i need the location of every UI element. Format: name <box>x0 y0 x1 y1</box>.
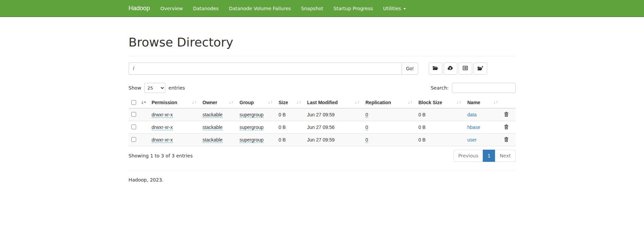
nav-item-snapshot[interactable]: Snapshot <box>296 0 328 17</box>
column-header-label: Replication <box>366 100 391 105</box>
directory-table: ↓≡ Permission↓↑ Owner↓↑ Group↓↑ Size↓↑ L… <box>129 97 516 146</box>
caret-down-icon <box>403 8 406 10</box>
permission-editable[interactable]: drwxr-xr-x <box>152 125 173 130</box>
column-header-permission[interactable]: Permission↓↑ <box>149 97 200 108</box>
folder-move-icon <box>477 66 483 72</box>
owner-editable[interactable]: stackable <box>203 137 223 143</box>
table-footer: Showing 1 to 3 of 3 entries Previous 1 N… <box>129 150 516 162</box>
trash-icon <box>504 138 509 143</box>
column-header-name[interactable]: Name↓↑ <box>465 97 501 108</box>
directory-link[interactable]: data <box>467 112 477 117</box>
delete-button[interactable] <box>504 124 509 129</box>
list-alt-icon <box>463 66 468 71</box>
nav-item-datanode-volume-failures[interactable]: Datanode Volume Failures <box>224 0 296 17</box>
trash-icon <box>504 113 509 118</box>
go-button[interactable]: Go! <box>402 62 418 75</box>
directory-link[interactable]: user <box>467 137 477 143</box>
block-size-value: 0 B <box>419 112 426 117</box>
cloud-upload-icon <box>447 66 453 71</box>
entries-per-page-select[interactable]: 25 <box>144 83 165 93</box>
owner-editable[interactable]: stackable <box>203 112 223 118</box>
sort-icon: ↓↑ <box>268 100 273 105</box>
column-header-group[interactable]: Group↓↑ <box>237 97 276 108</box>
size-value: 0 B <box>279 125 286 130</box>
nav-item-startup-progress[interactable]: Startup Progress <box>328 0 378 17</box>
replication-editable[interactable]: 0 <box>366 112 368 118</box>
directory-link[interactable]: hbase <box>467 125 480 130</box>
sort-icon: ↓↑ <box>191 100 197 105</box>
pagination: Previous 1 Next <box>454 150 516 162</box>
entries-info: Showing 1 to 3 of 3 entries <box>129 153 193 158</box>
column-header-label: Owner <box>203 100 218 105</box>
permission-editable[interactable]: drwxr-xr-x <box>152 137 173 143</box>
sort-icon: ↓↑ <box>456 100 462 105</box>
pagination-page-1[interactable]: 1 <box>483 150 495 162</box>
column-header-last-modified[interactable]: Last Modified↓↑ <box>305 97 363 108</box>
table-row: drwxr-xr-x stackable supergroup 0 B Jun … <box>129 108 516 121</box>
column-header-label: Name <box>467 100 480 105</box>
path-input-group: Go! <box>129 62 418 75</box>
group-editable[interactable]: supergroup <box>240 137 264 143</box>
table-controls: Show 25 entries Search: <box>129 83 516 93</box>
pagination-previous[interactable]: Previous <box>454 150 483 162</box>
replication-editable[interactable]: 0 <box>366 137 368 143</box>
folder-open-icon <box>433 66 438 71</box>
block-size-value: 0 B <box>419 137 426 143</box>
search-label: Search: <box>431 85 449 91</box>
table-row: drwxr-xr-x stackable supergroup 0 B Jun … <box>129 121 516 134</box>
last-modified-value: Jun 27 09:59 <box>307 112 335 117</box>
table-header-row: ↓≡ Permission↓↑ Owner↓↑ Group↓↑ Size↓↑ L… <box>129 97 516 108</box>
create-directory-button[interactable] <box>429 62 442 75</box>
size-value: 0 B <box>279 112 286 117</box>
select-all-checkbox[interactable] <box>131 100 136 105</box>
column-header-size[interactable]: Size↓↑ <box>276 97 305 108</box>
replication-editable[interactable]: 0 <box>366 125 368 130</box>
last-modified-value: Jun 27 09:59 <box>307 137 335 143</box>
entries-label: entries <box>168 85 185 91</box>
path-form: Go! <box>129 62 516 75</box>
column-header-label: Last Modified <box>307 100 338 105</box>
upload-files-button[interactable] <box>444 62 457 75</box>
navbar-brand[interactable]: Hadoop <box>129 0 155 17</box>
column-header-label: Group <box>240 100 254 105</box>
nav-item-utilities-label: Utilities <box>383 6 401 11</box>
group-editable[interactable]: supergroup <box>240 112 264 118</box>
title-divider <box>129 56 516 56</box>
navbar-inner: Hadoop Overview Datanodes Datanode Volum… <box>124 0 521 17</box>
permission-editable[interactable]: drwxr-xr-x <box>152 112 173 118</box>
directory-path-input[interactable] <box>129 62 402 75</box>
owner-editable[interactable]: stackable <box>203 125 223 130</box>
row-checkbox[interactable] <box>131 125 136 129</box>
nav-item-utilities[interactable]: Utilities <box>378 0 411 17</box>
column-header-replication[interactable]: Replication↓↑ <box>363 97 416 108</box>
page-title: Browse Directory <box>129 35 516 49</box>
column-header-select-all[interactable]: ↓≡ <box>129 97 149 108</box>
nav-item-overview[interactable]: Overview <box>155 0 188 17</box>
search-input[interactable] <box>452 83 516 93</box>
trash-icon <box>504 125 509 130</box>
show-label: Show <box>129 85 142 91</box>
sort-icon: ↓↑ <box>296 100 301 105</box>
column-header-label: Permission <box>152 100 177 105</box>
nav-item-datanodes[interactable]: Datanodes <box>188 0 224 17</box>
pagination-next[interactable]: Next <box>495 150 516 162</box>
column-header-block-size[interactable]: Block Size↓↑ <box>416 97 465 108</box>
column-header-owner[interactable]: Owner↓↑ <box>200 97 237 108</box>
delete-button[interactable] <box>504 137 509 142</box>
sort-icon: ↓↑ <box>354 100 360 105</box>
row-checkbox[interactable] <box>131 137 136 142</box>
move-paste-button[interactable] <box>474 62 487 75</box>
sort-icon: ↓↑ <box>228 100 234 105</box>
group-editable[interactable]: supergroup <box>240 125 264 130</box>
explorer-action-buttons <box>429 62 487 75</box>
sort-icon: ↓↑ <box>493 100 498 105</box>
list-alt-button[interactable] <box>459 62 472 75</box>
delete-button[interactable] <box>504 112 509 117</box>
column-header-actions <box>501 97 516 108</box>
sorted-asc-icon: ↓≡ <box>141 100 146 105</box>
row-checkbox[interactable] <box>131 112 136 117</box>
footer-text: Hadoop, 2023. <box>129 177 516 183</box>
table-row: drwxr-xr-x stackable supergroup 0 B Jun … <box>129 134 516 146</box>
column-header-label: Size <box>279 100 288 105</box>
page-length-control: Show 25 entries <box>129 83 185 93</box>
